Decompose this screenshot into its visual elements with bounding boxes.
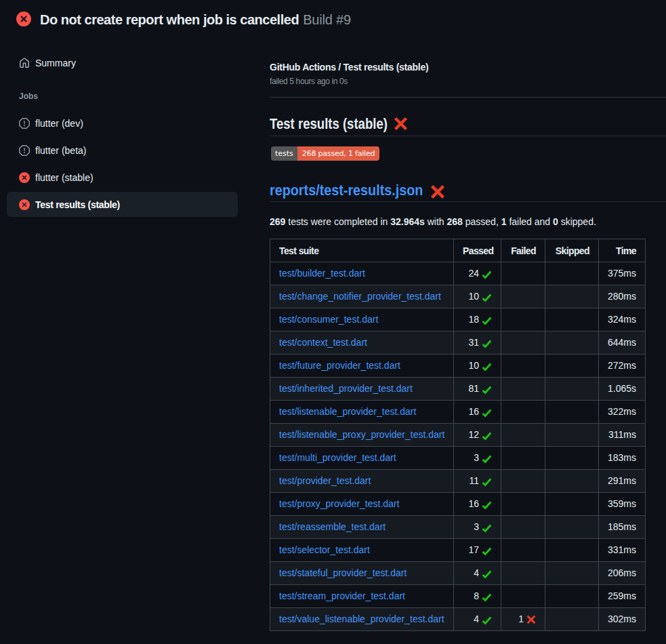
summary-segment: 0 <box>553 216 558 227</box>
sidebar-job-item[interactable]: flutter (beta) <box>7 138 238 163</box>
cell-time: 185ms <box>599 516 646 539</box>
test-suite-link[interactable]: test/provider_test.dart <box>279 475 371 486</box>
check-mark-icon <box>482 431 492 441</box>
cell-passed: 3 <box>454 516 501 539</box>
check-title-text: Test results (stable) <box>270 114 369 134</box>
cell-passed: 24 <box>454 262 501 285</box>
test-suite-link[interactable]: test/consumer_test.dart <box>279 314 378 325</box>
cell-failed <box>501 378 545 401</box>
passed-count: 31 <box>468 337 479 348</box>
job-failed-icon <box>19 172 30 183</box>
tests-badge: tests 268 passed, 1 failed <box>271 146 379 161</box>
report-title: reports/test-results.json <box>270 182 666 202</box>
test-suite-link[interactable]: test/reassemble_test.dart <box>279 521 386 532</box>
test-suite-link[interactable]: test/proxy_provider_test.dart <box>279 498 399 509</box>
test-suite-link[interactable]: test/future_provider_test.dart <box>279 360 400 371</box>
test-suite-link[interactable]: test/stream_provider_test.dart <box>279 590 405 601</box>
cell-test-suite: test/listenable_proxy_provider_test.dart <box>270 424 454 447</box>
cell-passed: 12 <box>454 424 501 447</box>
badge-row: tests 268 passed, 1 failed <box>270 146 666 161</box>
summary-segment: failed and <box>507 216 554 227</box>
cell-time: 311ms <box>599 424 646 447</box>
cell-skipped <box>545 562 599 585</box>
run-header: Do not create report when job is cancell… <box>0 0 666 38</box>
cell-skipped <box>545 447 599 470</box>
cell-time: 359ms <box>599 493 646 516</box>
cell-skipped <box>545 585 599 608</box>
table-header-row: Test suite Passed Failed Skipped Time <box>270 239 646 262</box>
cell-failed <box>501 401 545 424</box>
cell-passed: 3 <box>454 447 501 470</box>
test-suite-link[interactable]: test/change_notifier_provider_test.dart <box>279 291 441 302</box>
cell-failed: 1 <box>501 608 545 631</box>
job-label: flutter (stable) <box>35 172 93 183</box>
summary-segment: with <box>425 216 447 227</box>
cell-test-suite: test/reassemble_test.dart <box>270 516 454 539</box>
summary-segment: tests were completed in <box>285 216 390 227</box>
passed-count: 8 <box>474 590 479 601</box>
test-suite-link[interactable]: test/multi_provider_test.dart <box>279 452 396 463</box>
sidebar-item-summary[interactable]: Summary <box>7 50 238 75</box>
sidebar-job-item[interactable]: flutter (stable) <box>7 165 238 190</box>
cell-skipped <box>545 493 599 516</box>
summary-segment: 269 <box>270 216 285 227</box>
col-header-skipped: Skipped <box>545 239 599 262</box>
check-mark-icon <box>482 546 492 556</box>
sidebar-job-item[interactable]: flutter (dev) <box>7 110 238 136</box>
cell-time: 302ms <box>599 608 646 631</box>
cell-time: 206ms <box>599 562 646 585</box>
passed-count: 16 <box>468 406 479 417</box>
cell-test-suite: test/selector_test.dart <box>270 539 454 562</box>
passed-count: 11 <box>469 475 479 486</box>
cell-time: 183ms <box>599 447 646 470</box>
cross-mark-icon <box>526 615 536 624</box>
cell-passed: 8 <box>454 585 501 608</box>
job-label: flutter (dev) <box>35 118 83 129</box>
summary-segment: 32.964s <box>390 216 425 227</box>
check-mark-icon <box>482 454 492 464</box>
test-suite-link[interactable]: test/stateful_provider_test.dart <box>279 567 407 578</box>
test-suite-link[interactable]: test/context_test.dart <box>279 337 367 348</box>
cell-time: 644ms <box>599 331 646 355</box>
test-suite-link[interactable]: test/builder_test.dart <box>279 268 365 279</box>
cell-time: 375ms <box>599 262 646 285</box>
summary-segment: 268 <box>447 216 463 227</box>
cell-skipped <box>545 331 599 355</box>
col-header-failed: Failed <box>501 239 545 262</box>
job-label: flutter (beta) <box>35 145 86 156</box>
test-suite-link[interactable]: test/inherited_provider_test.dart <box>279 383 413 394</box>
cell-test-suite: test/future_provider_test.dart <box>270 355 454 378</box>
cell-passed: 81 <box>454 378 501 401</box>
report-title-link[interactable]: reports/test-results.json <box>270 182 407 199</box>
check-mark-icon <box>482 592 492 602</box>
run-status-line: failed 5 hours ago in 0s <box>270 75 666 87</box>
test-suite-link[interactable]: test/listenable_provider_test.dart <box>279 406 416 417</box>
cell-skipped <box>545 355 599 378</box>
test-results-table: Test suite Passed Failed Skipped Time te… <box>270 239 646 631</box>
cell-skipped <box>545 470 599 493</box>
badge-value: 268 passed, 1 failed <box>297 146 379 161</box>
run-failed-icon <box>16 12 31 26</box>
col-header-passed: Passed <box>454 239 501 262</box>
cell-test-suite: test/context_test.dart <box>270 331 454 355</box>
table-row: test/builder_test.dart24375ms <box>270 262 646 285</box>
table-row: test/listenable_provider_test.dart16322m… <box>270 401 646 424</box>
check-title: Test results (stable) <box>270 114 666 136</box>
cell-time: 259ms <box>599 585 646 608</box>
cell-passed: 10 <box>454 355 501 378</box>
test-suite-link[interactable]: test/selector_test.dart <box>279 544 370 555</box>
cell-time: 324ms <box>599 308 646 331</box>
failed-count: 1 <box>518 613 524 624</box>
check-mark-icon <box>482 500 492 510</box>
cell-failed <box>501 355 545 378</box>
cell-test-suite: test/stream_provider_test.dart <box>270 585 454 608</box>
cell-failed <box>501 285 545 308</box>
test-suite-link[interactable]: test/value_listenable_provider_test.dart <box>279 613 444 624</box>
cell-failed <box>501 331 545 355</box>
table-row: test/inherited_provider_test.dart811.065… <box>270 378 646 401</box>
test-suite-link[interactable]: test/listenable_proxy_provider_test.dart <box>279 429 444 440</box>
check-mark-icon <box>482 616 492 625</box>
cell-failed <box>501 447 545 470</box>
sidebar-job-item[interactable]: Test results (stable) <box>7 192 238 217</box>
cell-passed: 31 <box>454 331 501 355</box>
